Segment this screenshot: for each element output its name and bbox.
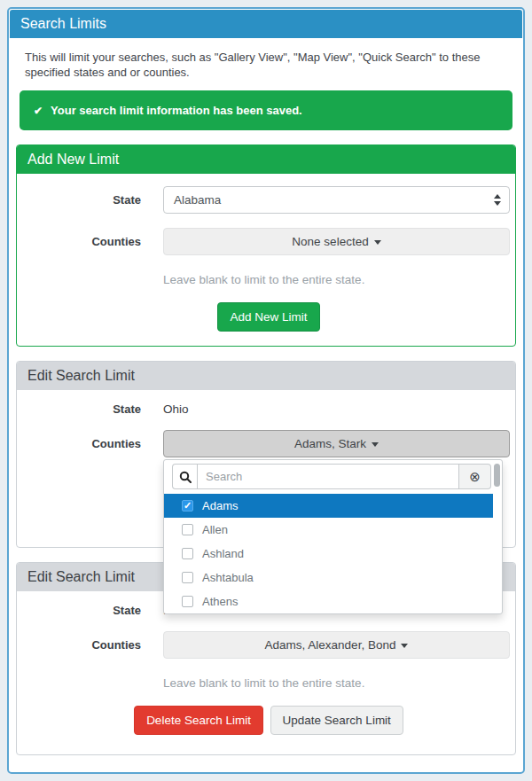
state-value: Ohio: [163, 402, 189, 416]
helper-text: Leave blank to limit to the entire state…: [163, 273, 510, 286]
add-new-limit-button[interactable]: Add New Limit: [217, 302, 319, 332]
counties-multiselect-button[interactable]: None selected: [163, 228, 510, 255]
helper-text: Leave blank to limit to the entire state…: [163, 676, 510, 690]
add-new-limit-panel: Add New Limit State Alabama Counties Non…: [16, 144, 516, 347]
county-option[interactable]: Adams: [164, 494, 493, 518]
county-search-input[interactable]: [197, 464, 459, 489]
state-label: State: [27, 193, 163, 207]
county-option-label: Allen: [202, 523, 228, 536]
clear-search-icon[interactable]: ⊗: [459, 464, 491, 489]
caret-down-icon: [372, 442, 379, 447]
county-option-label: Adams: [202, 499, 238, 512]
county-option-label: Athens: [202, 595, 238, 608]
counties-button-label: Adams, Stark: [294, 437, 366, 450]
checkbox-unchecked-icon[interactable]: [182, 548, 193, 559]
search-limits-window: Search Limits This will limit your searc…: [7, 7, 525, 774]
edit-search-limit-panel-ohio: Edit Search Limit State Ohio Counties Ad…: [16, 361, 516, 548]
select-arrows-icon: [494, 194, 501, 206]
counties-multiselect-button[interactable]: Adams, Alexander, Bond: [163, 631, 510, 659]
county-option-label: Ashland: [202, 547, 244, 560]
county-option-list: AdamsAllenAshlandAshtabulaAthens: [164, 494, 493, 613]
check-icon: ✔: [34, 105, 43, 117]
delete-search-limit-button[interactable]: Delete Search Limit: [134, 706, 263, 735]
page-title: Search Limits: [10, 10, 522, 38]
checkbox-unchecked-icon[interactable]: [182, 524, 193, 535]
county-option[interactable]: Ashland: [164, 542, 493, 566]
counties-label: Counties: [27, 437, 163, 450]
search-icon: [172, 464, 197, 489]
caret-down-icon: [401, 644, 408, 648]
success-alert: ✔Your search limit information has been …: [20, 90, 512, 130]
counties-button-label: None selected: [292, 235, 368, 248]
intro-text: This will limit your searches, such as "…: [25, 50, 507, 80]
state-select-value: Alabama: [174, 193, 221, 207]
update-search-limit-button[interactable]: Update Search Limit: [270, 706, 403, 735]
county-option-label: Ashtabula: [202, 571, 254, 584]
counties-label: Counties: [27, 638, 163, 652]
county-option[interactable]: Ashtabula: [164, 566, 493, 590]
county-option[interactable]: Athens: [164, 590, 493, 613]
state-select[interactable]: Alabama: [163, 186, 510, 214]
state-label: State: [27, 604, 163, 617]
edit-panel-1-title: Edit Search Limit: [17, 362, 515, 390]
counties-multiselect-button-open[interactable]: Adams, Stark: [163, 430, 510, 457]
caret-down-icon: [374, 240, 381, 245]
counties-button-label: Adams, Alexander, Bond: [265, 638, 396, 652]
success-alert-text: Your search limit information has been s…: [51, 104, 302, 117]
county-option[interactable]: Allen: [164, 518, 493, 542]
counties-dropdown: ⊗ AdamsAllenAshlandAshtabulaAthens: [163, 459, 503, 614]
checkbox-unchecked-icon[interactable]: [182, 596, 193, 607]
state-label: State: [27, 402, 163, 416]
dropdown-scrollbar[interactable]: [494, 464, 500, 487]
checkbox-checked-icon[interactable]: [182, 500, 193, 512]
checkbox-unchecked-icon[interactable]: [182, 572, 193, 583]
counties-label: Counties: [27, 235, 163, 248]
add-panel-title: Add New Limit: [17, 145, 515, 174]
